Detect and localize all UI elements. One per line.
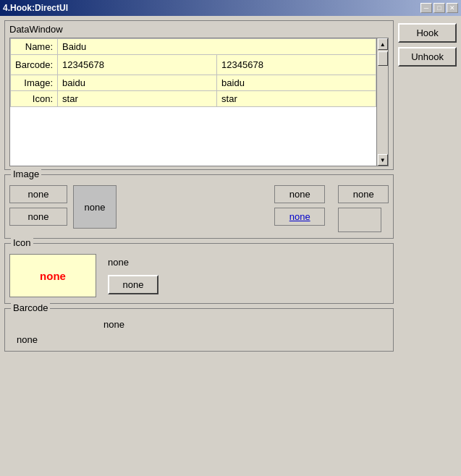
icon-value1: star	[58, 91, 217, 107]
datawindow-table-container: Name: Baidu Barcode: 12345678 12345678 I…	[9, 38, 389, 166]
image-right-col-2: none	[338, 185, 389, 232]
minimize-button[interactable]: ─	[420, 3, 432, 13]
image-btn-none-mid[interactable]: none	[73, 185, 117, 229]
icon-none-button[interactable]: none	[108, 275, 158, 294]
hook-button[interactable]: Hook	[398, 23, 457, 43]
icon-group-label: Icon	[11, 237, 33, 248]
maximize-button[interactable]: □	[433, 3, 445, 13]
scroll-thumb[interactable]	[378, 51, 388, 66]
icon-layout: none none none	[9, 254, 389, 297]
image-mid-col: none	[73, 185, 117, 229]
main-content: DataWindow Name: Baidu Barcode: 12345678…	[4, 20, 394, 472]
barcode-group: Barcode none none	[4, 308, 394, 352]
table-row: Name: Baidu	[11, 39, 376, 55]
title-bar-text: 4.Hook:DirectUI	[3, 3, 68, 13]
barcode-group-label: Barcode	[11, 302, 50, 313]
icon-value2: star	[217, 91, 376, 107]
table-row: Icon: star star	[11, 91, 376, 107]
image-btn-none-4[interactable]: none	[338, 185, 389, 203]
scrollbar[interactable]: ▲ ▼	[376, 38, 388, 166]
image-right-col: none none	[274, 185, 325, 226]
table-row: Barcode: 12345678 12345678	[11, 55, 376, 75]
barcode-layout: none none	[9, 319, 389, 345]
image-placeholder-box	[338, 208, 381, 232]
close-button[interactable]: ✕	[447, 3, 458, 13]
image-btn-none-link[interactable]: none	[274, 208, 325, 226]
unhook-button[interactable]: Unhook	[398, 47, 457, 67]
barcode-value1: 12345678	[58, 55, 217, 75]
image-btn-none-3[interactable]: none	[274, 185, 325, 203]
image-value1: baidu	[58, 75, 217, 91]
datawindow-group: DataWindow Name: Baidu Barcode: 12345678…	[4, 20, 394, 170]
scroll-up-button[interactable]: ▲	[378, 38, 388, 50]
icon-box-text: none	[40, 270, 66, 282]
side-buttons: Hook Unhook	[398, 20, 457, 472]
image-btn-none-2[interactable]: none	[9, 208, 67, 226]
barcode-none-bottom: none	[17, 334, 389, 345]
scroll-down-button[interactable]: ▼	[378, 154, 388, 166]
barcode-label: Barcode:	[11, 55, 58, 75]
icon-display-box: none	[9, 254, 96, 297]
icon-label: Icon:	[11, 91, 58, 107]
icon-right-col: none none	[108, 254, 158, 294]
image-group: Image none none none none none none	[4, 174, 394, 239]
icon-group: Icon none none none	[4, 243, 394, 304]
barcode-none-top: none	[103, 319, 389, 330]
barcode-value2: 12345678	[217, 55, 376, 75]
name-label: Name:	[11, 39, 58, 55]
table-row: Image: baidu baidu	[11, 75, 376, 91]
window-body: DataWindow Name: Baidu Barcode: 12345678…	[0, 16, 461, 476]
image-layout: none none none none none none	[9, 185, 389, 232]
datawindow-title: DataWindow	[9, 24, 389, 35]
title-bar-buttons: ─ □ ✕	[420, 3, 458, 13]
image-btn-none-1[interactable]: none	[9, 185, 67, 203]
image-value2: baidu	[217, 75, 376, 91]
image-group-label: Image	[11, 169, 41, 179]
title-bar: 4.Hook:DirectUI ─ □ ✕	[0, 0, 461, 16]
image-label: Image:	[11, 75, 58, 91]
icon-none-label: none	[108, 257, 158, 268]
name-value: Baidu	[58, 39, 376, 55]
image-left-col: none none	[9, 185, 67, 226]
datawindow-table: Name: Baidu Barcode: 12345678 12345678 I…	[10, 38, 376, 107]
